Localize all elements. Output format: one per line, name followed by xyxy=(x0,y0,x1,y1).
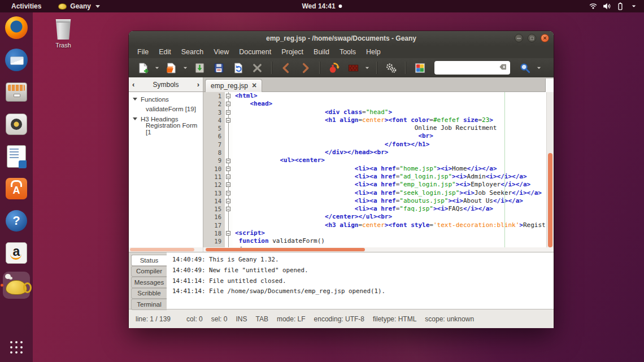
clock-button[interactable]: Wed 14:41 xyxy=(302,2,342,10)
menu-tools[interactable]: Tools xyxy=(334,46,361,58)
message-tab-compiler[interactable]: Compiler xyxy=(131,266,167,277)
code-line[interactable]: 12<li><a href="emp_login.jsp"><i>Employe… xyxy=(203,181,554,189)
find-dropdown[interactable] xyxy=(534,60,543,76)
revert-button[interactable] xyxy=(228,60,247,76)
code-line[interactable]: 17<h3 align=center><font style='text-dec… xyxy=(203,221,554,229)
color-chooser-button[interactable] xyxy=(410,60,429,76)
tab-close-icon[interactable] xyxy=(252,81,256,90)
vertical-scrollbar-thumb[interactable] xyxy=(548,153,552,247)
open-file-dropdown[interactable] xyxy=(181,60,190,76)
dock-item-help[interactable] xyxy=(3,207,30,234)
build-button[interactable] xyxy=(343,60,363,76)
app-menu-button[interactable]: Geany xyxy=(58,2,100,10)
editor-vertical-scrollbar[interactable] xyxy=(546,92,554,247)
show-applications-button[interactable] xyxy=(10,341,23,354)
save-button[interactable] xyxy=(190,60,209,76)
code-line[interactable]: 16</center></ul><br> xyxy=(203,213,554,221)
clear-entry-icon[interactable] xyxy=(499,63,507,73)
dock-item-files[interactable] xyxy=(3,78,30,106)
menu-help[interactable]: Help xyxy=(361,46,386,58)
dock-item-geany[interactable] xyxy=(3,272,30,299)
code-line[interactable]: 3<div class="head"> xyxy=(203,108,554,116)
nav-back-button[interactable] xyxy=(276,60,295,76)
menu-edit[interactable]: Edit xyxy=(154,46,176,58)
fold-marker[interactable] xyxy=(225,108,233,116)
code-line[interactable]: 14<li><a href="aboutus.jsp"><i>About Us<… xyxy=(203,197,554,205)
menu-search[interactable]: Search xyxy=(176,46,209,58)
save-all-button[interactable] xyxy=(209,60,228,76)
tree-expander-icon[interactable] xyxy=(133,98,137,101)
code-line[interactable]: 19function validateForm() xyxy=(203,237,554,245)
system-status-area[interactable] xyxy=(589,2,638,11)
message-tab-terminal[interactable]: Terminal xyxy=(131,299,167,310)
menu-view[interactable]: View xyxy=(208,46,234,58)
sidebar-scroll-right-icon[interactable]: › xyxy=(197,81,199,88)
tree-expander-icon[interactable] xyxy=(133,117,137,120)
fold-marker[interactable] xyxy=(225,173,233,181)
menu-document[interactable]: Document xyxy=(234,46,276,58)
menu-file[interactable]: File xyxy=(132,46,154,58)
dock-item-thunderbird[interactable] xyxy=(3,46,30,73)
editor-hscroll-thumb[interactable] xyxy=(206,248,365,251)
fold-marker[interactable] xyxy=(225,205,233,213)
activities-button[interactable]: Activities xyxy=(8,2,45,10)
fold-marker[interactable] xyxy=(225,229,233,237)
fold-marker[interactable] xyxy=(225,181,233,189)
code-line[interactable]: 13<li><a href="seek_login.jsp"><i>Job Se… xyxy=(203,189,554,197)
build-dropdown[interactable] xyxy=(363,60,372,76)
close-button[interactable] xyxy=(247,60,267,76)
new-file-button[interactable] xyxy=(133,60,153,76)
menu-project[interactable]: Project xyxy=(276,46,308,58)
code-line[interactable]: 9<ul><center> xyxy=(203,156,554,164)
dock-item-rhythmbox[interactable] xyxy=(3,111,30,138)
code-line[interactable]: 5Online Job Recruitment xyxy=(203,124,554,132)
editor[interactable]: 1<html>2<head>3<div class="head">4<h1 al… xyxy=(203,92,554,247)
compile-button[interactable] xyxy=(324,60,343,76)
fold-marker[interactable] xyxy=(225,189,233,197)
fold-marker[interactable] xyxy=(225,156,233,164)
sidebar-scroll-left-icon[interactable]: ‹ xyxy=(132,81,134,88)
fold-marker[interactable] xyxy=(225,197,233,205)
code-line[interactable]: 10<li><a href="home.jsp"><i>Home</i></a> xyxy=(203,165,554,173)
message-tab-status[interactable]: Status xyxy=(131,255,167,266)
symbol-group[interactable]: Functions xyxy=(129,94,203,104)
tab-emp-reg-jsp[interactable]: emp_reg.jsp xyxy=(205,79,262,92)
trash-shortcut[interactable]: Trash xyxy=(49,19,78,49)
fold-marker[interactable] xyxy=(225,92,233,100)
fold-marker[interactable] xyxy=(225,100,233,108)
title-bar[interactable]: emp_reg.jsp - /home/swap/Documents - Gea… xyxy=(129,31,554,46)
symbol-item[interactable]: Registration Form [1 xyxy=(129,124,203,134)
sidebar-horizontal-scrollbar[interactable] xyxy=(129,247,203,252)
symbol-item[interactable]: validateForm [19] xyxy=(129,104,203,115)
code-line[interactable]: 4<h1 align=center><font color=#efefef si… xyxy=(203,116,554,124)
sidebar-hscroll-thumb[interactable] xyxy=(130,248,194,251)
sidebar-tab-symbols[interactable]: Symbols xyxy=(153,81,179,89)
code-line[interactable]: 11<li><a href="ad_login.jsp"><i>Admin<i>… xyxy=(203,173,554,181)
message-tab-scribble[interactable]: Scribble xyxy=(131,288,167,299)
editor-horizontal-scrollbar[interactable] xyxy=(203,247,554,252)
open-file-button[interactable] xyxy=(162,60,181,76)
new-file-dropdown[interactable] xyxy=(153,60,162,76)
dock-item-firefox[interactable] xyxy=(3,14,30,41)
code-line[interactable]: 8</div></head><br> xyxy=(203,149,554,156)
find-button[interactable] xyxy=(515,60,534,76)
execute-button[interactable] xyxy=(381,60,401,76)
fold-marker[interactable] xyxy=(225,116,233,124)
message-tab-messages[interactable]: Messages xyxy=(131,277,167,288)
fold-marker[interactable] xyxy=(225,165,233,173)
code-line[interactable]: 2<head> xyxy=(203,100,554,108)
menu-build[interactable]: Build xyxy=(308,46,334,58)
maximize-button[interactable] xyxy=(528,34,536,42)
code-line[interactable]: 7</font></h1> xyxy=(203,141,554,149)
code-line[interactable]: 6<br> xyxy=(203,132,554,140)
nav-forward-button[interactable] xyxy=(295,60,315,76)
dock-item-amazon[interactable] xyxy=(3,239,30,267)
minimize-button[interactable] xyxy=(515,34,523,42)
toolbar-search-input[interactable] xyxy=(439,63,499,72)
code-line[interactable]: 15<li><a href="faq.jsp"><i>FAQs</i></a> xyxy=(203,205,554,213)
dock-item-libreoffice-writer[interactable] xyxy=(3,143,30,170)
close-window-button[interactable]: × xyxy=(541,34,549,42)
code-line[interactable]: 18<script> xyxy=(203,229,554,237)
dock-item-ubuntu-software[interactable] xyxy=(3,175,30,202)
code-line[interactable]: 1<html> xyxy=(203,92,554,100)
